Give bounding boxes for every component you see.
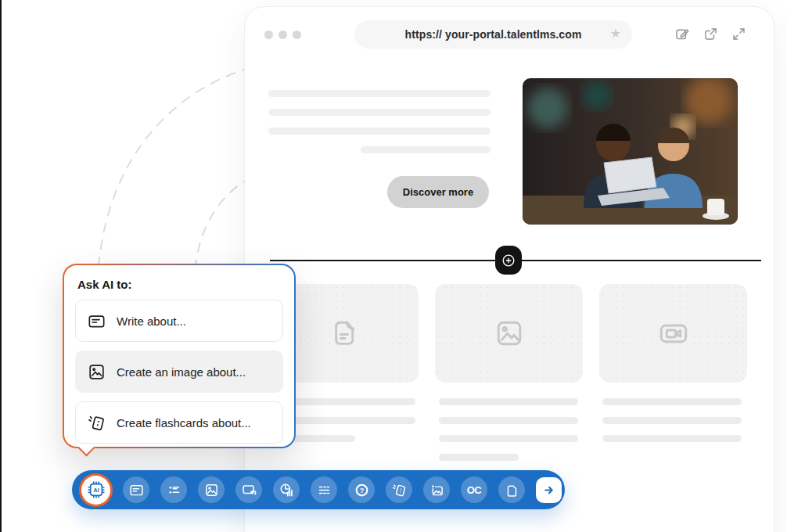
- skeleton-line: [602, 398, 742, 405]
- frame-edge-line: [0, 0, 2, 532]
- write-icon: [87, 311, 106, 331]
- menu-item-create-image[interactable]: Create an image about...: [75, 350, 283, 393]
- menu-item-label: Create an image about...: [117, 365, 246, 379]
- ask-ai-title: Ask AI to:: [77, 278, 283, 291]
- window-dot[interactable]: [293, 31, 301, 39]
- expand-icon[interactable]: [731, 26, 747, 42]
- flashcards-icon: [391, 482, 408, 498]
- toolbar-chart-block-button[interactable]: [273, 476, 300, 503]
- menu-item-label: Create flashcards about...: [117, 416, 251, 430]
- skeleton-line: [268, 109, 491, 116]
- presentation-audio-icon: [241, 482, 257, 498]
- svg-text:?: ?: [359, 486, 364, 494]
- page-icon: [504, 482, 520, 498]
- menu-item-label: Write about...: [117, 315, 186, 328]
- question-icon: ?: [354, 482, 370, 498]
- skeleton-line: [439, 454, 519, 461]
- plus-circle-icon: [501, 253, 516, 268]
- menu-item-create-flashcards[interactable]: Create flashcards about...: [75, 401, 283, 444]
- svg-text:AI: AI: [93, 487, 99, 494]
- skeleton-line: [439, 417, 578, 424]
- arrow-right-icon: [541, 482, 557, 498]
- toolbar-submit-button[interactable]: [536, 477, 562, 503]
- skeleton-line: [439, 398, 578, 405]
- window-dot[interactable]: [279, 31, 287, 39]
- skeleton-line: [268, 90, 491, 97]
- window-dot[interactable]: [264, 31, 273, 39]
- toolbar-image-block-button[interactable]: [198, 476, 225, 503]
- toolbar-pages-block-button[interactable]: [498, 476, 525, 503]
- toolbar-question-block-button[interactable]: ?: [348, 476, 375, 503]
- chart-icon: [279, 482, 295, 498]
- toolbar-ai-assistant-button[interactable]: AI: [81, 476, 110, 505]
- add-block-button[interactable]: [495, 246, 522, 275]
- create-flashcards-icon: [87, 413, 106, 433]
- toolbar-oc-button[interactable]: OC: [461, 476, 487, 503]
- oc-label: OC: [467, 484, 482, 496]
- toolbar-divider-block-button[interactable]: [311, 476, 337, 503]
- hero-photo: [523, 78, 738, 225]
- image-icon: [491, 315, 527, 351]
- toolbar-text-block-button[interactable]: [123, 476, 149, 503]
- toolbar-presentation-block-button[interactable]: [235, 476, 262, 503]
- toolbar-flashcards-block-button[interactable]: [386, 476, 412, 503]
- skeleton-line: [439, 435, 578, 442]
- browser-actions: [674, 26, 747, 42]
- discover-more-button[interactable]: Discover more: [387, 176, 489, 208]
- skeleton-line: [361, 146, 491, 153]
- section-lines-icon: [316, 482, 332, 498]
- edit-icon[interactable]: [674, 26, 691, 42]
- placeholder-card-video: [599, 284, 747, 383]
- image-icon: [203, 482, 220, 498]
- address-bar[interactable]: https:// your-portal.talentlms.com ★: [354, 20, 632, 49]
- window-controls[interactable]: [264, 31, 301, 39]
- list-icon: [166, 482, 182, 498]
- bookmark-star-icon[interactable]: ★: [610, 27, 621, 40]
- skeleton-line: [602, 417, 742, 424]
- ai-chip-icon: AI: [86, 480, 106, 500]
- url-text: https:// your-portal.talentlms.com: [405, 28, 582, 41]
- placeholder-card-image: [435, 284, 583, 383]
- ai-image-icon: [429, 482, 445, 498]
- create-image-icon: [87, 362, 106, 382]
- page-canvas: https:// your-portal.talentlms.com ★ Dis…: [0, 0, 787, 532]
- skeleton-line: [268, 128, 491, 135]
- open-in-new-icon[interactable]: [703, 26, 719, 42]
- skeleton-line: [602, 435, 742, 442]
- ai-block-toolbar: AI: [72, 470, 565, 509]
- ask-ai-popup: Ask AI to: Write about... Create an imag…: [63, 264, 296, 448]
- menu-item-write-about[interactable]: Write about...: [75, 300, 283, 342]
- text-block-icon: [128, 482, 145, 498]
- toolbar-ai-image-block-button[interactable]: [423, 476, 450, 503]
- video-icon: [656, 315, 692, 351]
- document-icon: [326, 315, 362, 351]
- toolbar-list-block-button[interactable]: [160, 476, 187, 503]
